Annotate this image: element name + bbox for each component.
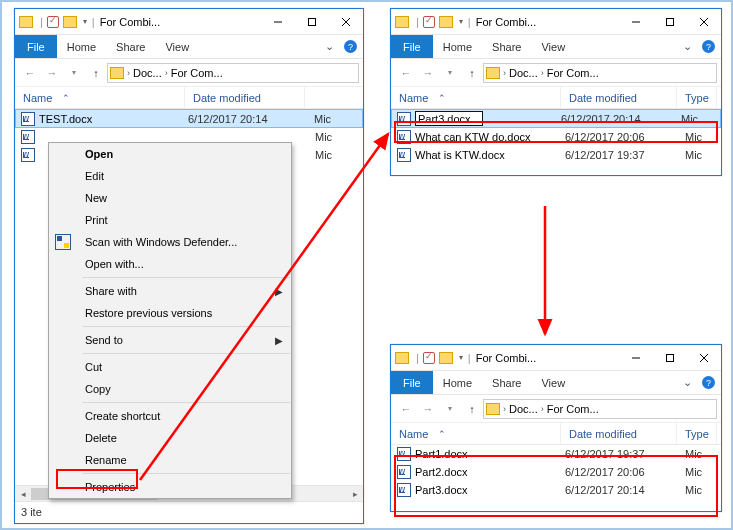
nav-forward-button[interactable]: → [417,398,439,420]
col-type[interactable]: Type [677,423,717,444]
tab-file[interactable]: File [391,371,433,394]
help-button[interactable]: ? [338,35,363,58]
help-button[interactable]: ? [696,35,721,58]
file-row[interactable]: Part1.docx 6/12/2017 19:37 Mic [391,445,721,463]
nav-forward-button[interactable]: → [41,62,63,84]
tab-view[interactable]: View [155,35,199,58]
file-name[interactable]: What is KTW.docx [415,149,565,161]
col-date[interactable]: Date modified [561,87,677,108]
menu-cut[interactable]: Cut [49,356,291,378]
col-name[interactable]: Name⌃ [391,87,561,108]
file-list[interactable]: Part1.docx 6/12/2017 19:37 Mic Part2.doc… [391,445,721,511]
titlebar[interactable]: | ▾ | For Combi... [391,9,721,35]
qat-dropdown-icon[interactable]: ▾ [459,353,463,362]
close-button[interactable] [687,10,721,34]
breadcrumb-seg[interactable]: Doc... [507,67,540,79]
menu-send-to[interactable]: Send to▶ [49,329,291,351]
nav-back-button[interactable]: ← [395,398,417,420]
navbar: ← → ▾ ↑ › Doc... › For Com... [391,395,721,423]
tab-view[interactable]: View [531,371,575,394]
nav-up-button[interactable]: ↑ [461,398,483,420]
qat-dropdown-icon[interactable]: ▾ [83,17,87,26]
menu-properties[interactable]: Properties [49,476,291,498]
tab-file[interactable]: File [15,35,57,58]
col-name[interactable]: Name⌃ [391,423,561,444]
col-date[interactable]: Date modified [561,423,677,444]
breadcrumb-seg[interactable]: For Com... [545,403,601,415]
scroll-left-button[interactable]: ◂ [15,486,31,502]
rename-input[interactable] [415,111,483,126]
file-row[interactable]: What is KTW.docx 6/12/2017 19:37 Mic [391,146,721,164]
close-button[interactable] [329,10,363,34]
tab-view[interactable]: View [531,35,575,58]
qat-icon[interactable] [47,16,59,28]
menu-rename[interactable]: Rename [49,449,291,471]
file-row[interactable]: 6/12/2017 20:14 Mic [391,109,721,128]
titlebar[interactable]: | ▾ | For Combi... [391,345,721,371]
ribbon-expand-icon[interactable]: ⌄ [679,35,696,58]
menu-print[interactable]: Print [49,209,291,231]
nav-forward-button[interactable]: → [417,62,439,84]
file-name[interactable]: Part1.docx [415,448,565,460]
maximize-button[interactable] [295,10,329,34]
breadcrumb-seg[interactable]: Doc... [507,403,540,415]
maximize-button[interactable] [653,346,687,370]
nav-up-button[interactable]: ↑ [85,62,107,84]
tab-home[interactable]: Home [433,35,482,58]
breadcrumb-seg[interactable]: Doc... [131,67,164,79]
qat-dropdown-icon[interactable]: ▾ [459,17,463,26]
statusbar: 3 ite [15,501,363,521]
menu-restore[interactable]: Restore previous versions [49,302,291,324]
close-button[interactable] [687,346,721,370]
file-row[interactable]: TEST.docx 6/12/2017 20:14 Mic [15,109,363,128]
menu-open-with[interactable]: Open with... [49,253,291,275]
menu-edit[interactable]: Edit [49,165,291,187]
file-row[interactable]: Part2.docx 6/12/2017 20:06 Mic [391,463,721,481]
col-name[interactable]: Name⌃ [15,87,185,108]
breadcrumb[interactable]: › Doc... › For Com... [483,399,717,419]
nav-back-button[interactable]: ← [395,62,417,84]
maximize-button[interactable] [653,10,687,34]
tab-share[interactable]: Share [106,35,155,58]
minimize-button[interactable] [619,10,653,34]
qat-icon[interactable] [423,352,435,364]
scroll-right-button[interactable]: ▸ [347,486,363,502]
menu-open[interactable]: Open [49,143,291,165]
file-name[interactable]: Part3.docx [415,484,565,496]
ribbon-expand-icon[interactable]: ⌄ [321,35,338,58]
file-name[interactable]: TEST.docx [39,113,188,125]
ribbon-expand-icon[interactable]: ⌄ [679,371,696,394]
nav-up-button[interactable]: ↑ [461,62,483,84]
file-row[interactable]: Part3.docx 6/12/2017 20:14 Mic [391,481,721,499]
tab-share[interactable]: Share [482,35,531,58]
menu-new[interactable]: New [49,187,291,209]
help-button[interactable]: ? [696,371,721,394]
nav-recent-button[interactable]: ▾ [439,398,461,420]
breadcrumb-seg[interactable]: For Com... [169,67,225,79]
menu-defender[interactable]: Scan with Windows Defender... [49,231,291,253]
menu-copy[interactable]: Copy [49,378,291,400]
breadcrumb[interactable]: › Doc... › For Com... [483,63,717,83]
tab-file[interactable]: File [391,35,433,58]
qat-icon[interactable] [423,16,435,28]
minimize-button[interactable] [261,10,295,34]
tab-home[interactable]: Home [433,371,482,394]
menu-shortcut[interactable]: Create shortcut [49,405,291,427]
file-list[interactable]: 6/12/2017 20:14 Mic What can KTW do.docx… [391,109,721,175]
nav-recent-button[interactable]: ▾ [63,62,85,84]
file-name[interactable]: What can KTW do.docx [415,131,565,143]
menu-delete[interactable]: Delete [49,427,291,449]
breadcrumb[interactable]: › Doc... › For Com... [107,63,359,83]
menu-share-with[interactable]: Share with▶ [49,280,291,302]
file-name[interactable]: Part2.docx [415,466,565,478]
file-row[interactable]: What can KTW do.docx 6/12/2017 20:06 Mic [391,128,721,146]
tab-share[interactable]: Share [482,371,531,394]
titlebar[interactable]: | ▾ | For Combi... [15,9,363,35]
minimize-button[interactable] [619,346,653,370]
col-type[interactable]: Type [677,87,717,108]
nav-back-button[interactable]: ← [19,62,41,84]
col-date[interactable]: Date modified [185,87,305,108]
nav-recent-button[interactable]: ▾ [439,62,461,84]
tab-home[interactable]: Home [57,35,106,58]
breadcrumb-seg[interactable]: For Com... [545,67,601,79]
